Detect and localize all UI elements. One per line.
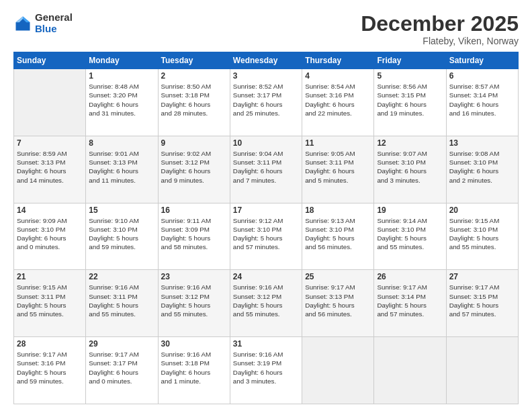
calendar-cell: 7Sunrise: 8:59 AM Sunset: 3:13 PM Daylig… [14,136,86,203]
calendar-cell: 18Sunrise: 9:13 AM Sunset: 3:10 PM Dayli… [302,203,374,270]
calendar-header: Sunday Monday Tuesday Wednesday Thursday… [14,52,519,69]
title-block: December 2025 Flateby, Viken, Norway [361,12,519,46]
day-number: 15 [89,205,154,215]
day-number: 9 [161,138,227,148]
day-number: 8 [89,138,154,148]
day-info: Sunrise: 8:50 AM Sunset: 3:18 PM Dayligh… [161,82,227,118]
header-thursday: Thursday [302,52,374,69]
header: General Blue December 2025 Flateby, Vike… [13,12,519,46]
day-number: 18 [305,205,371,215]
day-number: 22 [89,272,154,281]
header-row: Sunday Monday Tuesday Wednesday Thursday… [14,52,519,69]
day-info: Sunrise: 9:16 AM Sunset: 3:19 PM Dayligh… [233,350,299,385]
calendar-table: Sunday Monday Tuesday Wednesday Thursday… [13,52,519,404]
day-info: Sunrise: 9:09 AM Sunset: 3:10 PM Dayligh… [17,216,83,252]
day-info: Sunrise: 9:12 AM Sunset: 3:10 PM Dayligh… [233,216,299,252]
calendar-cell: 1Sunrise: 8:48 AM Sunset: 3:20 PM Daylig… [86,69,158,136]
calendar-cell: 13Sunrise: 9:08 AM Sunset: 3:10 PM Dayli… [446,136,518,203]
calendar-cell: 29Sunrise: 9:17 AM Sunset: 3:17 PM Dayli… [86,337,158,404]
day-info: Sunrise: 8:57 AM Sunset: 3:14 PM Dayligh… [449,82,515,118]
calendar-week-1: 1Sunrise: 8:48 AM Sunset: 3:20 PM Daylig… [14,69,519,136]
calendar-cell [446,337,518,404]
day-info: Sunrise: 8:59 AM Sunset: 3:13 PM Dayligh… [17,149,83,185]
day-info: Sunrise: 8:56 AM Sunset: 3:15 PM Dayligh… [377,82,443,118]
day-number: 12 [377,138,443,148]
calendar-cell: 28Sunrise: 9:17 AM Sunset: 3:16 PM Dayli… [14,337,86,404]
calendar-cell: 27Sunrise: 9:17 AM Sunset: 3:15 PM Dayli… [446,270,518,337]
logo-general-text: General [35,12,73,24]
calendar-week-2: 7Sunrise: 8:59 AM Sunset: 3:13 PM Daylig… [14,136,519,203]
day-info: Sunrise: 9:13 AM Sunset: 3:10 PM Dayligh… [305,216,371,252]
calendar-cell: 12Sunrise: 9:07 AM Sunset: 3:10 PM Dayli… [374,136,446,203]
day-number: 13 [449,138,515,148]
day-info: Sunrise: 9:08 AM Sunset: 3:10 PM Dayligh… [449,149,515,185]
day-info: Sunrise: 9:01 AM Sunset: 3:13 PM Dayligh… [89,149,154,185]
day-info: Sunrise: 9:15 AM Sunset: 3:10 PM Dayligh… [449,216,515,252]
day-number: 24 [233,272,299,281]
day-info: Sunrise: 9:05 AM Sunset: 3:11 PM Dayligh… [305,149,371,185]
calendar-cell: 24Sunrise: 9:16 AM Sunset: 3:12 PM Dayli… [230,270,302,337]
calendar-week-4: 21Sunrise: 9:15 AM Sunset: 3:11 PM Dayli… [14,270,519,337]
day-number: 21 [17,272,83,281]
calendar-week-3: 14Sunrise: 9:09 AM Sunset: 3:10 PM Dayli… [14,203,519,270]
header-saturday: Saturday [446,52,518,69]
calendar-cell: 31Sunrise: 9:16 AM Sunset: 3:19 PM Dayli… [230,337,302,404]
day-number: 23 [161,272,227,281]
day-number: 6 [449,71,515,81]
calendar-cell [302,337,374,404]
day-number: 5 [377,71,443,81]
calendar-cell [14,69,86,136]
calendar-cell: 26Sunrise: 9:17 AM Sunset: 3:14 PM Dayli… [374,270,446,337]
calendar-cell: 8Sunrise: 9:01 AM Sunset: 3:13 PM Daylig… [86,136,158,203]
day-number: 1 [89,71,154,81]
day-info: Sunrise: 9:02 AM Sunset: 3:12 PM Dayligh… [161,149,227,185]
day-info: Sunrise: 9:16 AM Sunset: 3:11 PM Dayligh… [89,283,154,318]
day-number: 25 [305,272,371,281]
calendar-cell: 14Sunrise: 9:09 AM Sunset: 3:10 PM Dayli… [14,203,86,270]
day-info: Sunrise: 9:17 AM Sunset: 3:15 PM Dayligh… [449,283,515,318]
title-month: December 2025 [361,12,519,36]
day-number: 3 [233,71,299,81]
header-wednesday: Wednesday [230,52,302,69]
header-monday: Monday [86,52,158,69]
calendar-week-5: 28Sunrise: 9:17 AM Sunset: 3:16 PM Dayli… [14,337,519,404]
day-info: Sunrise: 8:48 AM Sunset: 3:20 PM Dayligh… [89,82,154,118]
day-number: 10 [233,138,299,148]
calendar-cell: 23Sunrise: 9:16 AM Sunset: 3:12 PM Dayli… [158,270,230,337]
day-number: 14 [17,205,83,215]
day-number: 29 [89,339,154,349]
day-info: Sunrise: 9:10 AM Sunset: 3:10 PM Dayligh… [89,216,154,252]
day-info: Sunrise: 9:14 AM Sunset: 3:10 PM Dayligh… [377,216,443,252]
calendar-cell: 15Sunrise: 9:10 AM Sunset: 3:10 PM Dayli… [86,203,158,270]
day-number: 27 [449,272,515,281]
calendar-cell: 9Sunrise: 9:02 AM Sunset: 3:12 PM Daylig… [158,136,230,203]
calendar-cell: 22Sunrise: 9:16 AM Sunset: 3:11 PM Dayli… [86,270,158,337]
day-number: 7 [17,138,83,148]
day-number: 31 [233,339,299,349]
day-info: Sunrise: 9:17 AM Sunset: 3:16 PM Dayligh… [17,350,83,385]
day-info: Sunrise: 9:15 AM Sunset: 3:11 PM Dayligh… [17,283,83,318]
calendar-cell: 21Sunrise: 9:15 AM Sunset: 3:11 PM Dayli… [14,270,86,337]
day-number: 4 [305,71,371,81]
day-info: Sunrise: 9:17 AM Sunset: 3:13 PM Dayligh… [305,283,371,318]
calendar-cell: 16Sunrise: 9:11 AM Sunset: 3:09 PM Dayli… [158,203,230,270]
logo: General Blue [13,12,73,34]
day-number: 2 [161,71,227,81]
day-info: Sunrise: 9:11 AM Sunset: 3:09 PM Dayligh… [161,216,227,252]
calendar-cell: 5Sunrise: 8:56 AM Sunset: 3:15 PM Daylig… [374,69,446,136]
calendar-cell: 30Sunrise: 9:16 AM Sunset: 3:18 PM Dayli… [158,337,230,404]
day-info: Sunrise: 9:04 AM Sunset: 3:11 PM Dayligh… [233,149,299,185]
day-number: 30 [161,339,227,349]
day-info: Sunrise: 9:17 AM Sunset: 3:14 PM Dayligh… [377,283,443,318]
calendar-cell: 11Sunrise: 9:05 AM Sunset: 3:11 PM Dayli… [302,136,374,203]
calendar-cell: 3Sunrise: 8:52 AM Sunset: 3:17 PM Daylig… [230,69,302,136]
calendar-cell: 6Sunrise: 8:57 AM Sunset: 3:14 PM Daylig… [446,69,518,136]
day-number: 20 [449,205,515,215]
day-number: 16 [161,205,227,215]
day-number: 17 [233,205,299,215]
day-info: Sunrise: 9:16 AM Sunset: 3:12 PM Dayligh… [233,283,299,318]
day-info: Sunrise: 8:54 AM Sunset: 3:16 PM Dayligh… [305,82,371,118]
calendar-body: 1Sunrise: 8:48 AM Sunset: 3:20 PM Daylig… [14,69,519,404]
day-number: 19 [377,205,443,215]
calendar-cell: 25Sunrise: 9:17 AM Sunset: 3:13 PM Dayli… [302,270,374,337]
